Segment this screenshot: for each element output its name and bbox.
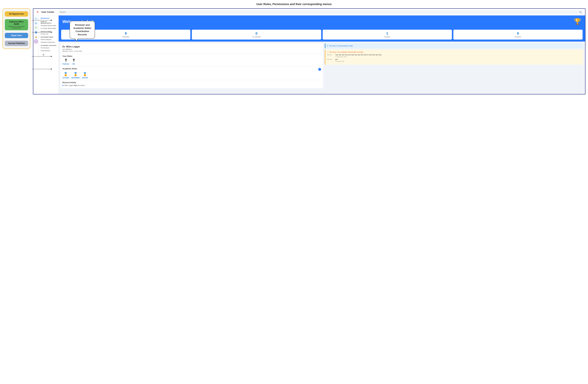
warning-icon: ⚠ xyxy=(327,51,329,53)
sidebar-nav: Dashboard DISPLAY MANUSCRIPTS Submitted … xyxy=(39,16,59,58)
ms-detail-0: Test Test Test Test Test Test Test Test … xyxy=(335,54,582,58)
stat-card-reviews: 1 Reviews xyxy=(323,30,452,40)
profile-section: Dr. Miles Legger test affiliation Member… xyxy=(61,43,323,88)
activity-item-0: Miles Legger login the system xyxy=(63,85,321,86)
author-badge-icon: 🏅 xyxy=(63,72,68,76)
help-button[interactable]: ? xyxy=(318,68,321,71)
sidebar-icon-list[interactable]: ☰ xyxy=(34,21,38,25)
stat-card-decisions: 9 Decisions xyxy=(453,30,583,40)
editor-badge-icon: 🏅 xyxy=(83,72,87,76)
sidebar-icon-person[interactable]: 👤 xyxy=(34,30,38,34)
page-title: User Roles, Permissions and their corres… xyxy=(2,2,586,6)
search-icon: 🔍 xyxy=(579,11,582,13)
role-badge-author: 🏅 AUTHOR xyxy=(63,72,69,79)
me-badge-label: ME xyxy=(73,63,75,65)
stats-row: 9 Submitted 0 Co-authored 1 Reviews 9 xyxy=(59,28,585,42)
sidebar-section-reviewer-menu: REVIEWER MENU xyxy=(39,35,59,38)
top-bar: ✕ User Center 🔍 xyxy=(33,9,585,16)
profile-member-since: Member since: 3 July 2022 xyxy=(63,50,321,52)
sidebar-link-coauthor-manuscripts[interactable]: Co-author Manuscripts xyxy=(39,27,59,30)
app-logo: ✕ xyxy=(35,10,40,14)
notifications-section: ℹ You have 11 manuscripts in total. ⚠ Yo… xyxy=(325,43,584,88)
content-area: ＋ ☰ ✏ 👤 🔒 N Dashboard DISPLAY MANUSCRIPT… xyxy=(33,16,585,94)
sidebar-section-academic-decision: ACADEMIC DECISION xyxy=(39,44,59,46)
manuscript-row-0: Non pro Test Test Test Test Test Test Te… xyxy=(327,54,582,58)
ms-tag-1: Non pro xyxy=(327,59,334,62)
app-window: ✕ User Center 🔍 ＋ ☰ ✏ xyxy=(33,8,586,94)
stat-number-coauthored: 0 xyxy=(194,31,318,36)
sidebar-link-final-decision[interactable]: Final Decision xyxy=(39,49,59,52)
settings-icon[interactable]: ⚙ xyxy=(41,52,46,57)
stat-label-reviews: Reviews xyxy=(325,36,449,38)
ms-title-0: Test Test Test Test Test Test Test Test … xyxy=(335,54,582,56)
sidebar-link-submitted-manuscripts[interactable]: Submitted Manuscripts xyxy=(39,24,59,27)
role-journal-publisher: Journal Publisher xyxy=(5,41,28,46)
hero-icon: 🏆 xyxy=(574,18,581,25)
divider-3 xyxy=(63,80,321,80)
publisher-badge-icon: 🎖 xyxy=(64,58,68,63)
sidebar-icon-lock[interactable]: 🔒 xyxy=(34,35,38,39)
ms-date-0: 4 September 2023 xyxy=(335,56,582,58)
sidebar-link-pre-decision[interactable]: Pre Decision xyxy=(39,46,59,49)
me-badge-icon: 🎖 xyxy=(72,58,76,63)
search-input[interactable] xyxy=(60,11,579,13)
activity-dot xyxy=(63,85,63,86)
speech-bubble-container: Reviewer and Academic Editor Contributio… xyxy=(70,21,95,39)
ms-date-1: 5 August 2023 xyxy=(335,61,582,62)
ms-tag-0: Non pro xyxy=(327,54,334,58)
activity-title: Recent Activity xyxy=(63,81,321,84)
hero-banner: Welcome to Aolr 🏆 xyxy=(59,16,585,28)
academic-roles-title: Academic Roles xyxy=(63,68,77,70)
manuscript-row-1: Non pro test 5 August 2023 xyxy=(327,59,582,62)
logo-icon: ✕ xyxy=(36,10,39,14)
sidebar-link-invoice-list[interactable]: Invoice List xyxy=(39,33,59,35)
sidebar-icon-edit[interactable]: ✏ xyxy=(34,26,38,30)
sidebar-icon-n[interactable]: N xyxy=(34,40,38,43)
sidebar-link-volunteer-preference[interactable]: Volunteer Preference xyxy=(39,41,59,44)
role-super-user: Super User xyxy=(5,33,28,38)
academic-roles-row: 🏅 AUTHOR 🏅 REVIEWER 🏅 EDITOR xyxy=(63,72,321,79)
notif-incomplete-manuscripts: ⚠ You have 2 un-complete manuscripts cur… xyxy=(325,49,584,65)
roles-row: 🎖 Publisher 🎖 ME xyxy=(63,58,321,65)
stat-label-decisions: Decisions xyxy=(456,36,580,38)
author-badge-label: AUTHOR xyxy=(63,77,69,79)
editor-badge-label: EDITOR xyxy=(82,77,88,79)
role-all-signed: All Signed User xyxy=(5,11,28,17)
stat-number-decisions: 9 xyxy=(456,31,580,36)
role-editorial: Editorial Office Staffs Publisher, Manag… xyxy=(5,19,28,30)
sidebar-link-dashboard[interactable]: Dashboard xyxy=(39,17,59,20)
sidebar: ＋ ☰ ✏ 👤 🔒 N Dashboard DISPLAY MANUSCRIPT… xyxy=(33,16,59,94)
academic-roles-header: Academic Roles ? xyxy=(63,68,321,71)
stat-label-coauthored: Co-authored xyxy=(194,36,318,38)
sidebar-icon-plus[interactable]: ＋ xyxy=(34,17,38,21)
sidebar-icons: ＋ ☰ ✏ 👤 🔒 N xyxy=(33,16,39,58)
left-panel: All Signed User Editorial Office Staffs … xyxy=(2,8,30,49)
your-roles-title: Your Roles xyxy=(63,55,321,57)
profile-affiliation: test affiliation xyxy=(63,48,321,50)
activity-text: Miles Legger login the system xyxy=(64,85,85,86)
role-badge-editor: 🏅 EDITOR xyxy=(82,72,88,79)
reviewer-badge-label: REVIEWER xyxy=(71,77,80,79)
sidebar-link-review-reports[interactable]: Review Reports xyxy=(39,38,59,41)
ms-detail-1: test 5 August 2023 xyxy=(335,59,582,62)
sidebar-section-invoice-menu: INVOICE MENU xyxy=(39,30,59,33)
notif-total-manuscripts: ℹ You have 11 manuscripts in total. xyxy=(325,43,584,48)
stat-number-reviews: 1 xyxy=(325,31,449,36)
role-badge-reviewer: 🏅 REVIEWER xyxy=(71,72,80,79)
dashboard-body: Dr. Miles Legger test affiliation Member… xyxy=(59,42,585,90)
role-badge-me: 🎖 ME xyxy=(72,58,76,65)
profile-name: Dr. Miles Legger xyxy=(63,45,321,48)
main-content: Welcome to Aolr 🏆 9 Submitted 0 Co-autho… xyxy=(59,16,585,94)
speech-bubble: Reviewer and Academic Editor Contributio… xyxy=(70,21,95,39)
reviewer-badge-icon: 🏅 xyxy=(73,72,78,76)
publisher-badge-label: Publisher xyxy=(63,63,69,65)
search-bar[interactable]: 🔍 xyxy=(58,10,583,14)
role-badge-publisher: 🎖 Publisher xyxy=(63,58,69,65)
stat-card-coauthored: 0 Co-authored xyxy=(192,30,321,40)
info-icon: ℹ xyxy=(327,45,328,47)
ms-title-1: test xyxy=(335,59,582,60)
sidebar-bottom: ⚙ xyxy=(39,52,59,57)
sidebar-section-display-manuscripts: DISPLAY MANUSCRIPTS xyxy=(39,20,59,24)
app-title: User Center xyxy=(42,11,54,13)
